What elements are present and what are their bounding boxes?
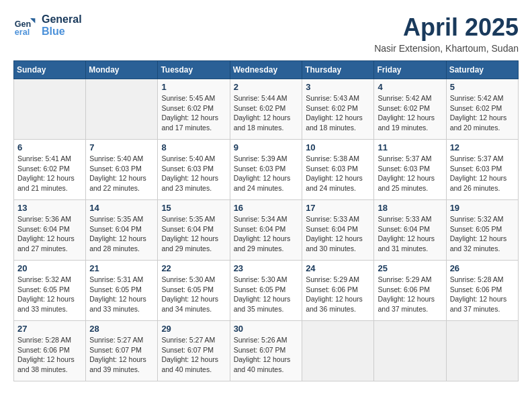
weekday-header-tuesday: Tuesday: [158, 61, 230, 79]
day-info: Sunrise: 5:42 AMSunset: 6:02 PMDaylight:…: [378, 93, 442, 133]
calendar: SundayMondayTuesdayWednesdayThursdayFrid…: [13, 60, 519, 381]
calendar-cell: [302, 321, 374, 381]
day-info: Sunrise: 5:37 AMSunset: 6:03 PMDaylight:…: [378, 154, 442, 193]
day-number: 9: [234, 142, 299, 152]
calendar-cell: 9Sunrise: 5:39 AMSunset: 6:03 PMDaylight…: [230, 140, 302, 200]
subtitle: Nasir Extension, Khartoum, Sudan: [374, 43, 519, 54]
calendar-cell: [374, 321, 446, 381]
day-info: Sunrise: 5:31 AMSunset: 6:05 PMDaylight:…: [89, 275, 154, 314]
day-info: Sunrise: 5:35 AMSunset: 6:04 PMDaylight:…: [89, 214, 154, 254]
week-row-1: 1Sunrise: 5:45 AMSunset: 6:02 PMDaylight…: [14, 79, 519, 140]
day-number: 30: [234, 324, 299, 334]
day-info: Sunrise: 5:28 AMSunset: 6:06 PMDaylight:…: [17, 335, 82, 375]
week-row-4: 20Sunrise: 5:32 AMSunset: 6:05 PMDayligh…: [14, 261, 519, 321]
day-number: 25: [378, 263, 442, 273]
calendar-body: 1Sunrise: 5:45 AMSunset: 6:02 PMDaylight…: [14, 79, 519, 381]
calendar-cell: [86, 79, 158, 140]
day-info: Sunrise: 5:32 AMSunset: 6:05 PMDaylight:…: [450, 214, 515, 254]
day-number: 2: [234, 82, 299, 92]
day-info: Sunrise: 5:33 AMSunset: 6:04 PMDaylight:…: [378, 214, 442, 254]
day-number: 19: [450, 203, 515, 213]
day-info: Sunrise: 5:39 AMSunset: 6:03 PMDaylight:…: [234, 154, 299, 193]
calendar-cell: 28Sunrise: 5:27 AMSunset: 6:07 PMDayligh…: [86, 321, 158, 381]
day-number: 12: [450, 142, 515, 152]
day-number: 22: [161, 263, 226, 273]
weekday-header-saturday: Saturday: [446, 61, 518, 79]
day-number: 8: [161, 142, 226, 152]
day-info: Sunrise: 5:32 AMSunset: 6:05 PMDaylight:…: [17, 275, 82, 314]
header: Gen eral General Blue April 2025 Nasir E…: [13, 13, 519, 54]
day-info: Sunrise: 5:36 AMSunset: 6:04 PMDaylight:…: [17, 214, 82, 254]
day-info: Sunrise: 5:40 AMSunset: 6:03 PMDaylight:…: [161, 154, 226, 193]
day-info: Sunrise: 5:26 AMSunset: 6:07 PMDaylight:…: [234, 335, 299, 375]
week-row-2: 6Sunrise: 5:41 AMSunset: 6:02 PMDaylight…: [14, 140, 519, 200]
title-area: April 2025 Nasir Extension, Khartoum, Su…: [374, 13, 519, 54]
calendar-cell: 5Sunrise: 5:42 AMSunset: 6:02 PMDaylight…: [446, 79, 518, 140]
day-number: 10: [306, 142, 370, 152]
day-number: 1: [161, 82, 226, 92]
calendar-cell: 2Sunrise: 5:44 AMSunset: 6:02 PMDaylight…: [230, 79, 302, 140]
calendar-cell: 26Sunrise: 5:28 AMSunset: 6:06 PMDayligh…: [446, 261, 518, 321]
calendar-cell: 10Sunrise: 5:38 AMSunset: 6:03 PMDayligh…: [302, 140, 374, 200]
calendar-cell: 12Sunrise: 5:37 AMSunset: 6:03 PMDayligh…: [446, 140, 518, 200]
day-number: 5: [450, 82, 515, 92]
calendar-cell: 17Sunrise: 5:33 AMSunset: 6:04 PMDayligh…: [302, 200, 374, 261]
day-number: 21: [89, 263, 154, 273]
calendar-cell: 1Sunrise: 5:45 AMSunset: 6:02 PMDaylight…: [158, 79, 230, 140]
day-number: 13: [17, 203, 82, 213]
day-info: Sunrise: 5:30 AMSunset: 6:05 PMDaylight:…: [234, 275, 299, 314]
weekday-header-friday: Friday: [374, 61, 446, 79]
calendar-cell: 13Sunrise: 5:36 AMSunset: 6:04 PMDayligh…: [14, 200, 86, 261]
calendar-header: SundayMondayTuesdayWednesdayThursdayFrid…: [14, 61, 519, 79]
svg-text:eral: eral: [15, 28, 30, 37]
calendar-cell: 21Sunrise: 5:31 AMSunset: 6:05 PMDayligh…: [86, 261, 158, 321]
day-info: Sunrise: 5:27 AMSunset: 6:07 PMDaylight:…: [161, 335, 226, 375]
weekday-header-thursday: Thursday: [302, 61, 374, 79]
day-info: Sunrise: 5:38 AMSunset: 6:03 PMDaylight:…: [306, 154, 370, 193]
day-number: 18: [378, 203, 442, 213]
calendar-cell: 24Sunrise: 5:29 AMSunset: 6:06 PMDayligh…: [302, 261, 374, 321]
day-info: Sunrise: 5:37 AMSunset: 6:03 PMDaylight:…: [450, 154, 515, 193]
day-number: 27: [17, 324, 82, 334]
calendar-cell: [14, 79, 86, 140]
calendar-cell: 25Sunrise: 5:29 AMSunset: 6:06 PMDayligh…: [374, 261, 446, 321]
week-row-3: 13Sunrise: 5:36 AMSunset: 6:04 PMDayligh…: [14, 200, 519, 261]
month-title: April 2025: [374, 13, 519, 42]
day-number: 7: [89, 142, 154, 152]
day-info: Sunrise: 5:45 AMSunset: 6:02 PMDaylight:…: [161, 93, 226, 133]
day-number: 11: [378, 142, 442, 152]
logo: Gen eral General Blue: [13, 13, 82, 38]
day-info: Sunrise: 5:33 AMSunset: 6:04 PMDaylight:…: [306, 214, 370, 254]
day-info: Sunrise: 5:27 AMSunset: 6:07 PMDaylight:…: [89, 335, 154, 375]
logo-icon: Gen eral: [13, 13, 38, 38]
day-number: 24: [306, 263, 370, 273]
calendar-cell: 29Sunrise: 5:27 AMSunset: 6:07 PMDayligh…: [158, 321, 230, 381]
day-number: 17: [306, 203, 370, 213]
calendar-cell: 22Sunrise: 5:30 AMSunset: 6:05 PMDayligh…: [158, 261, 230, 321]
logo-text: General Blue: [42, 13, 82, 38]
day-number: 3: [306, 82, 370, 92]
day-info: Sunrise: 5:34 AMSunset: 6:04 PMDaylight:…: [234, 214, 299, 254]
calendar-cell: 8Sunrise: 5:40 AMSunset: 6:03 PMDaylight…: [158, 140, 230, 200]
weekday-header-row: SundayMondayTuesdayWednesdayThursdayFrid…: [14, 61, 519, 79]
day-info: Sunrise: 5:42 AMSunset: 6:02 PMDaylight:…: [450, 93, 515, 133]
calendar-cell: 27Sunrise: 5:28 AMSunset: 6:06 PMDayligh…: [14, 321, 86, 381]
day-number: 15: [161, 203, 226, 213]
day-number: 23: [234, 263, 299, 273]
weekday-header-sunday: Sunday: [14, 61, 86, 79]
weekday-header-monday: Monday: [86, 61, 158, 79]
calendar-cell: 16Sunrise: 5:34 AMSunset: 6:04 PMDayligh…: [230, 200, 302, 261]
day-number: 14: [89, 203, 154, 213]
calendar-cell: 23Sunrise: 5:30 AMSunset: 6:05 PMDayligh…: [230, 261, 302, 321]
day-number: 29: [161, 324, 226, 334]
day-number: 28: [89, 324, 154, 334]
day-info: Sunrise: 5:41 AMSunset: 6:02 PMDaylight:…: [17, 154, 82, 193]
calendar-cell: 15Sunrise: 5:35 AMSunset: 6:04 PMDayligh…: [158, 200, 230, 261]
day-info: Sunrise: 5:44 AMSunset: 6:02 PMDaylight:…: [234, 93, 299, 133]
day-number: 26: [450, 263, 515, 273]
calendar-cell: 7Sunrise: 5:40 AMSunset: 6:03 PMDaylight…: [86, 140, 158, 200]
weekday-header-wednesday: Wednesday: [230, 61, 302, 79]
calendar-cell: 20Sunrise: 5:32 AMSunset: 6:05 PMDayligh…: [14, 261, 86, 321]
calendar-cell: [446, 321, 518, 381]
day-info: Sunrise: 5:29 AMSunset: 6:06 PMDaylight:…: [306, 275, 370, 314]
